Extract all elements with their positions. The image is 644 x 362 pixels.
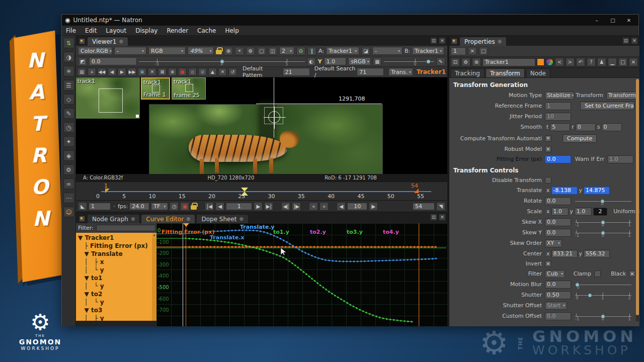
tool-icon[interactable]: ⋯ xyxy=(63,193,74,203)
tool-icon[interactable]: ◑ xyxy=(63,52,74,62)
title-bar[interactable]: ◉ Untitled.ntp* — Natron – □ ✕ xyxy=(62,15,638,26)
skew-x-field[interactable]: 0.0 xyxy=(545,218,571,226)
robust-model-checkbox[interactable] xyxy=(545,146,551,152)
fitting-error-field[interactable]: 0.0 xyxy=(545,155,571,163)
shutter-slider[interactable]: 0 1 2 xyxy=(575,291,631,299)
first-frame-button[interactable]: |◀ xyxy=(205,202,214,211)
display-channels-select[interactable]: RGB xyxy=(148,47,186,55)
curve-label[interactable]: to2.y xyxy=(310,229,326,235)
tab-node[interactable]: Node xyxy=(526,68,550,77)
gamma-toggle-icon[interactable]: ◐ xyxy=(307,57,316,66)
overlay-color-wheel-icon[interactable] xyxy=(546,58,553,66)
tool-icon[interactable]: ✳ xyxy=(63,66,74,76)
tracker-tool-icon[interactable]: ⊕ xyxy=(138,68,146,76)
pane-menu-icon[interactable] xyxy=(79,38,85,44)
curve-label[interactable]: Fitting Error (px) xyxy=(162,229,214,235)
tracker-tool-icon[interactable]: ◀◀ xyxy=(98,68,106,76)
center-node-icon[interactable]: ⊡ xyxy=(451,58,460,66)
tree-scrollbar[interactable] xyxy=(152,233,156,321)
skew-x-slider[interactable]: -1 0 1 xyxy=(575,218,631,226)
skew-y-field[interactable]: 0.0 xyxy=(545,229,571,237)
transform-type-select[interactable]: Transform xyxy=(606,92,637,100)
curve-tree[interactable]: ▼ Tracker1 ├ Fitting Error (px) ▼ Transl… xyxy=(76,233,156,321)
clear-panels-icon[interactable]: ✕ xyxy=(468,47,477,55)
curve-plot-area[interactable]: 0-100-200-300-400-500-600-700 Fitting Er… xyxy=(156,223,447,326)
menu-item[interactable]: Edit xyxy=(85,27,97,34)
translate-y-field[interactable]: 14.875 xyxy=(584,187,610,195)
timeline-in-marker[interactable] xyxy=(105,189,110,193)
play-forward-button[interactable]: ▶ xyxy=(254,202,263,211)
tab-properties[interactable]: Properties ⊗ xyxy=(459,37,507,46)
redo-button[interactable]: > xyxy=(566,58,575,66)
rotate-field[interactable]: 0.0 xyxy=(545,197,571,205)
scale-x-field[interactable]: 1.0 xyxy=(551,208,569,216)
zoom-select[interactable]: 49% xyxy=(188,47,214,55)
lock-timeline-icon[interactable] xyxy=(191,205,197,210)
pane-float-icon[interactable]: ⊡ xyxy=(430,214,437,221)
tool-icon[interactable]: ✎ xyxy=(63,108,74,119)
menu-item[interactable]: File xyxy=(66,27,76,34)
next-frame-button[interactable]: |▶ xyxy=(292,202,301,211)
pause-icon[interactable]: ‖ xyxy=(307,47,316,55)
curve-label[interactable]: to3.y xyxy=(347,229,363,235)
default-search-field[interactable]: 71 xyxy=(357,68,384,76)
out-point-icon[interactable]: ◥ xyxy=(436,202,445,211)
node-settings-icon[interactable]: ⚙ xyxy=(461,58,470,66)
prev-keyframe-button[interactable]: « xyxy=(309,202,318,211)
tracker-tool-icon[interactable]: ↺ xyxy=(228,68,237,76)
curve-playhead-icon[interactable] xyxy=(183,223,189,227)
tree-item[interactable]: │ └ y xyxy=(78,298,156,306)
proxy-settings-icon[interactable]: ⚙ xyxy=(246,47,255,55)
smooth-t-field[interactable]: 5 xyxy=(550,123,570,131)
tab-dope-sheet[interactable]: Dope Sheet ⊗ xyxy=(196,214,248,223)
pane-close-icon[interactable]: ✕ xyxy=(631,37,638,44)
tool-icon[interactable]: ◈ xyxy=(63,150,74,161)
hide-unmodified-icon[interactable]: ♟ xyxy=(597,58,606,66)
default-pattern-field[interactable]: 21 xyxy=(283,68,310,76)
next-increment-button[interactable]: ▶ xyxy=(369,202,378,211)
warn-if-error-field[interactable]: 1.0 xyxy=(607,155,633,163)
wipe-operator-icon[interactable]: ◪ xyxy=(361,47,370,55)
tree-item[interactable]: ▼ to2 xyxy=(78,290,156,298)
node-color-icon[interactable]: ⊕ xyxy=(472,58,481,66)
wipe-mode-icon[interactable]: ◫ xyxy=(268,47,277,55)
reference-frame-field[interactable]: 1 xyxy=(545,102,571,110)
curve-label[interactable]: Translate.y xyxy=(240,224,275,230)
tree-item[interactable]: │ ├ x xyxy=(78,258,156,266)
tree-item[interactable]: ▼ to1 xyxy=(78,274,156,282)
tab-viewer1[interactable]: Viewer1 ⊗ xyxy=(87,37,128,46)
minimize-panels-icon[interactable]: □ xyxy=(479,47,488,55)
fps-field[interactable]: 24.0 xyxy=(129,203,149,210)
translate-x-field[interactable]: -8.138 xyxy=(551,187,578,195)
motion-model-select[interactable]: Trans. xyxy=(388,68,413,76)
track-thumbnail-frame1[interactable]: track1 Frame 1 xyxy=(141,77,170,100)
tool-icon[interactable]: ⚙ xyxy=(63,164,74,175)
help-button[interactable]: ? xyxy=(587,58,596,66)
timeline[interactable]: 1 54 0510152025303540455055 xyxy=(76,182,447,201)
frame-increment-field[interactable]: 10 xyxy=(347,203,367,210)
gamma-field[interactable]: 1.0 xyxy=(324,57,347,65)
gain-toggle-icon[interactable]: ◩ xyxy=(78,57,87,66)
pick-color-icon[interactable]: ✎ xyxy=(436,57,445,66)
tracker-tool-icon[interactable]: ⊗ xyxy=(168,68,177,76)
tree-item[interactable]: │ └ y xyxy=(78,282,156,290)
timeline-mode-select[interactable]: TF xyxy=(151,203,168,210)
clip-project-icon[interactable]: ⌖ xyxy=(235,47,244,55)
video-frame[interactable] xyxy=(149,104,383,174)
filter-input[interactable] xyxy=(96,225,155,231)
shutter-field[interactable]: 0.50 xyxy=(545,291,571,299)
maximize-button[interactable]: □ xyxy=(606,16,619,24)
set-current-frame-button[interactable]: Set to Current Frame xyxy=(580,102,634,110)
gain-field[interactable]: 0.0 xyxy=(89,57,137,65)
views-select[interactable]: 2 xyxy=(279,47,294,55)
pane-close-icon[interactable]: ✕ xyxy=(439,214,446,221)
tracker-tool-icon[interactable]: ▲ xyxy=(208,68,217,76)
tracker-tool-icon[interactable]: ✕ xyxy=(218,68,227,76)
tracker-tool-icon[interactable]: ● xyxy=(178,68,187,76)
tree-item[interactable]: │ ├ y xyxy=(78,314,156,321)
timeline-out-marker[interactable] xyxy=(414,189,419,193)
menu-item[interactable]: Layout xyxy=(106,27,126,34)
black-outside-checkbox[interactable] xyxy=(629,270,635,277)
close-button[interactable]: ✕ xyxy=(622,16,635,24)
restore-defaults-icon[interactable]: ↶ xyxy=(576,58,585,66)
